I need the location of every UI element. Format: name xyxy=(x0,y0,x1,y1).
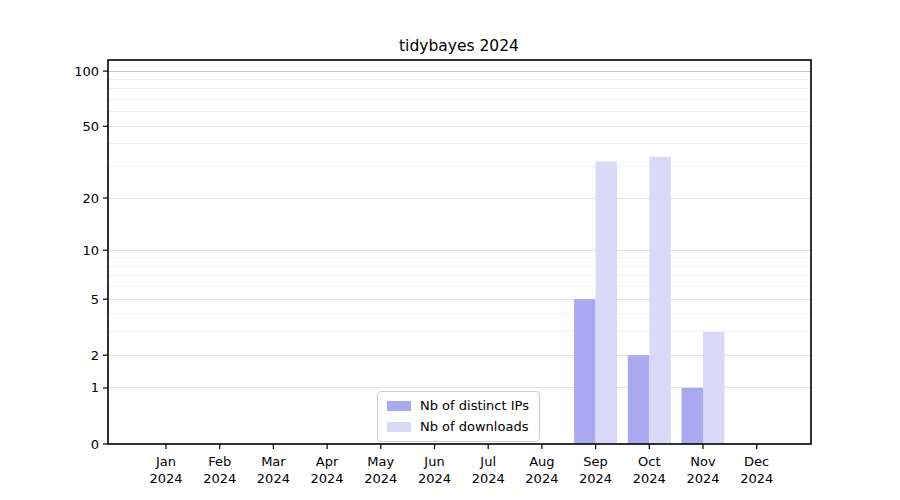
legend-swatch-distinct-ips xyxy=(387,401,411,411)
y-tick-label: 1 xyxy=(91,380,99,395)
y-tick-label: 0 xyxy=(91,437,99,452)
x-tick-label-year: 2024 xyxy=(525,471,558,486)
x-tick-label-year: 2024 xyxy=(633,471,666,486)
x-tick-label-month: Aug xyxy=(529,454,554,469)
x-tick-label-year: 2024 xyxy=(740,471,773,486)
x-tick-label-year: 2024 xyxy=(257,471,290,486)
legend-label-distinct-ips: Nb of distinct IPs xyxy=(420,398,529,414)
bar-distinct-ips xyxy=(682,388,704,444)
legend-row-distinct-ips: Nb of distinct IPs xyxy=(387,398,529,414)
bar-downloads xyxy=(596,161,618,444)
legend-row-downloads: Nb of downloads xyxy=(387,419,529,435)
y-tick-label: 50 xyxy=(82,119,99,134)
bar-distinct-ips xyxy=(574,299,596,444)
y-tick-label: 2 xyxy=(91,348,99,363)
x-tick-label-month: Jul xyxy=(479,454,496,469)
y-tick-label: 10 xyxy=(82,243,99,258)
x-tick-label-year: 2024 xyxy=(203,471,236,486)
y-tick-label: 100 xyxy=(74,64,99,79)
x-tick-label-year: 2024 xyxy=(364,471,397,486)
x-tick-label-month: Mar xyxy=(261,454,286,469)
x-tick-label-month: Oct xyxy=(638,454,660,469)
x-tick-label-month: Apr xyxy=(316,454,339,469)
chart-legend: Nb of distinct IPs Nb of downloads xyxy=(377,391,540,442)
x-tick-label-year: 2024 xyxy=(472,471,505,486)
x-tick-label-month: Sep xyxy=(583,454,608,469)
x-tick-label-year: 2024 xyxy=(686,471,719,486)
x-tick-label-month: May xyxy=(367,454,394,469)
legend-label-downloads: Nb of downloads xyxy=(420,419,528,435)
x-tick-label-month: Jun xyxy=(423,454,444,469)
legend-swatch-downloads xyxy=(387,422,411,432)
chart-title: tidybayes 2024 xyxy=(399,37,519,55)
bar-downloads xyxy=(703,332,725,444)
x-tick-label-year: 2024 xyxy=(418,471,451,486)
bar-downloads xyxy=(649,157,671,444)
y-tick-label: 20 xyxy=(82,191,99,206)
x-tick-label-year: 2024 xyxy=(311,471,344,486)
x-tick-label-month: Dec xyxy=(744,454,769,469)
x-tick-label-month: Jan xyxy=(155,454,176,469)
chart-figure: 0125102050100Jan2024Feb2024Mar2024Apr202… xyxy=(0,0,900,500)
x-tick-label-month: Feb xyxy=(208,454,231,469)
x-tick-label-month: Nov xyxy=(690,454,716,469)
x-tick-label-year: 2024 xyxy=(149,471,182,486)
bar-distinct-ips xyxy=(628,355,650,444)
y-tick-label: 5 xyxy=(91,292,99,307)
x-tick-label-year: 2024 xyxy=(579,471,612,486)
